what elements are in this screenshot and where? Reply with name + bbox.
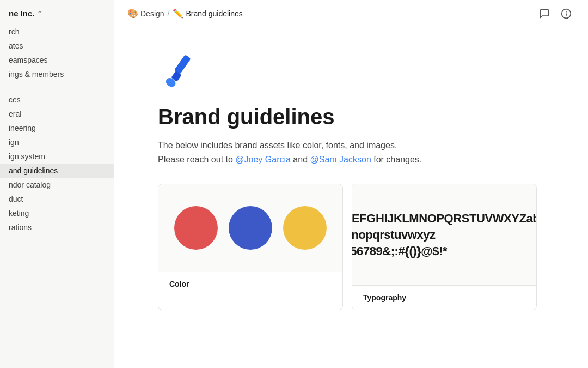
breadcrumb: 🎨 Design / ✏️ Brand guidelines <box>127 8 243 19</box>
page-description: The below includes brand assets like col… <box>158 138 495 166</box>
mention-sam[interactable]: @Sam Jackson <box>310 155 371 164</box>
sidebar-item-product-label: duct <box>9 195 23 203</box>
typography-card-footer: Typography <box>352 285 536 310</box>
sidebar-item-product[interactable]: duct <box>0 192 114 206</box>
page-title: Brand guidelines <box>158 104 555 130</box>
breadcrumb-parent-label: Design <box>140 9 164 18</box>
sidebar-item-brand-guidelines-label: and guidelines <box>9 166 58 175</box>
color-card-label: Color <box>169 280 189 288</box>
mention-joey[interactable]: @Joey Garcia <box>235 155 291 164</box>
color-card-body <box>158 184 342 272</box>
sidebar-item-operations-label: rations <box>9 223 32 232</box>
topbar: 🎨 Design / ✏️ Brand guidelines <box>114 0 588 27</box>
typography-card: ABCDEFGHIJKLMNOPQRSTUVWXYZabcdefg hijklm… <box>352 184 537 310</box>
typography-card-body: ABCDEFGHIJKLMNOPQRSTUVWXYZabcdefg hijklm… <box>352 184 536 285</box>
comment-button[interactable] <box>536 5 553 22</box>
page-content: Brand guidelines The below includes bran… <box>114 27 588 368</box>
color-card: Color <box>158 184 343 310</box>
sidebar-item-updates-label: ates <box>9 41 23 50</box>
design-icon: 🎨 <box>127 8 138 19</box>
main-area: 🎨 Design / ✏️ Brand guidelines <box>114 0 588 368</box>
color-dots <box>174 206 327 250</box>
sidebar-item-operations[interactable]: rations <box>0 220 114 234</box>
breadcrumb-separator: / <box>168 9 170 18</box>
sidebar-item-marketing[interactable]: keting <box>0 206 114 220</box>
sidebar-item-engineering-label: ineering <box>9 124 36 132</box>
sidebar-item-vendor-catalog[interactable]: ndor catalog <box>0 178 114 192</box>
color-dot-red <box>174 206 218 250</box>
pencil-icon: ✏️ <box>173 8 183 19</box>
sidebar-pages-section: ces eral ineering ign ign system and gui… <box>0 91 114 237</box>
sidebar-item-search-label: rch <box>9 27 19 36</box>
sidebar-item-settings[interactable]: ings & members <box>0 67 114 81</box>
breadcrumb-parent[interactable]: 🎨 Design <box>127 8 164 19</box>
workspace-header[interactable]: ne Inc. ⌃ <box>0 0 114 22</box>
info-button[interactable] <box>558 5 575 22</box>
sidebar: ne Inc. ⌃ rch ates eamspaces ings & memb… <box>0 0 114 368</box>
sidebar-item-updates[interactable]: ates <box>0 39 114 53</box>
page-icon <box>158 49 201 93</box>
breadcrumb-current-label: Brand guidelines <box>186 9 242 18</box>
workspace-name: ne Inc. <box>9 9 35 18</box>
sidebar-item-marketing-label: keting <box>9 209 29 218</box>
sidebar-item-search[interactable]: rch <box>0 25 114 39</box>
sidebar-item-design-label: ign <box>9 138 19 147</box>
sidebar-item-design[interactable]: ign <box>0 135 114 149</box>
breadcrumb-current: ✏️ Brand guidelines <box>173 8 242 19</box>
sidebar-item-spaces[interactable]: ces <box>0 93 114 107</box>
sidebar-item-teamspaces-label: eamspaces <box>9 56 48 64</box>
color-dot-blue <box>229 206 272 250</box>
color-dot-yellow <box>283 206 327 250</box>
sidebar-item-engineering[interactable]: ineering <box>0 121 114 135</box>
topbar-actions <box>536 5 575 22</box>
sidebar-item-spaces-label: ces <box>9 95 21 104</box>
sidebar-item-settings-label: ings & members <box>9 70 64 79</box>
sidebar-item-teamspaces[interactable]: eamspaces <box>0 53 114 67</box>
svg-rect-3 <box>174 54 191 74</box>
color-card-footer: Color <box>158 272 342 296</box>
sidebar-divider <box>0 87 114 87</box>
description-text-3: for changes. <box>371 155 422 164</box>
typography-sample: ABCDEFGHIJKLMNOPQRSTUVWXYZabcdefg hijklm… <box>352 202 537 268</box>
sidebar-item-design-system[interactable]: ign system <box>0 149 114 164</box>
typography-card-label: Typography <box>363 293 406 302</box>
sidebar-top-section: rch ates eamspaces ings & members <box>0 22 114 83</box>
description-text-2: and <box>291 155 310 164</box>
sidebar-item-vendor-catalog-label: ndor catalog <box>9 180 51 189</box>
sidebar-item-general[interactable]: eral <box>0 107 114 121</box>
workspace-chevron: ⌃ <box>37 10 42 17</box>
cards-row: Color ABCDEFGHIJKLMNOPQRSTUVWXYZabcdefg … <box>158 184 555 310</box>
sidebar-item-general-label: eral <box>9 110 21 118</box>
sidebar-item-design-system-label: ign system <box>9 152 45 161</box>
sidebar-item-brand-guidelines[interactable]: and guidelines <box>0 164 114 178</box>
